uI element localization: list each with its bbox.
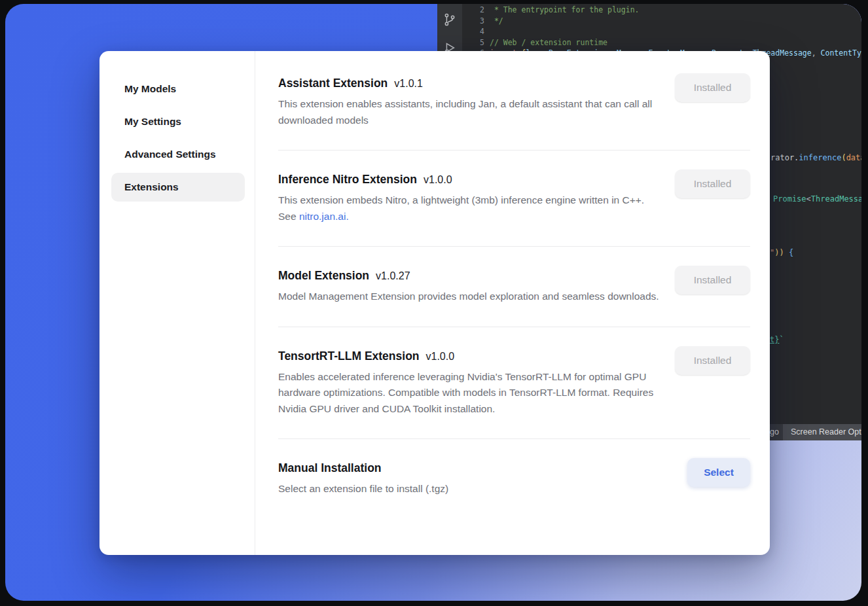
row-divider [278,150,750,151]
source-control-icon[interactable] [443,12,457,27]
sidebar-item-label: Extensions [124,181,179,193]
extension-row: Model Extensionv1.0.27 Model Management … [278,266,750,305]
status-text: go [770,424,779,440]
sidebar-item-label: My Settings [124,116,181,128]
extension-description: Select an extension file to install (.tg… [278,481,448,497]
sidebar-item-label: Advanced Settings [124,149,216,160]
settings-dialog: My ModelsMy SettingsAdvanced SettingsExt… [99,51,770,555]
installed-button[interactable]: Installed [675,169,750,198]
extension-title: Assistant Extension [278,77,388,90]
code-fragment: Promise<ThreadMessage> [773,194,861,204]
screen-reader-optimized-badge[interactable]: Screen Reader Optimized [783,424,861,440]
sidebar-item-advanced-settings[interactable]: Advanced Settings [111,140,245,169]
row-divider [278,246,750,247]
extension-description: This extension enables assistants, inclu… [278,96,661,128]
sidebar-item-my-settings[interactable]: My Settings [111,107,245,136]
extension-description: This extension embeds Nitro, a lightweig… [278,192,661,224]
row-divider [278,327,750,327]
installed-button[interactable]: Installed [675,346,750,375]
sidebar-item-label: My Models [124,83,176,95]
extension-row: TensortRT-LLM Extensionv1.0.0 Enables ac… [278,346,750,418]
extension-version: v1.0.27 [376,270,410,281]
extension-description: Model Management Extension provides mode… [278,289,659,305]
extension-row: Inference Nitro Extensionv1.0.0 This ext… [278,169,750,224]
extension-title: Manual Installation [278,461,382,474]
extension-version: v1.0.0 [426,351,455,362]
code-fragment: t}` [770,335,784,345]
manual-installation-row: Manual Installation Select an extension … [278,458,750,497]
extension-title: Inference Nitro Extension [278,173,417,186]
installed-button[interactable]: Installed [675,266,750,294]
sidebar-item-extensions[interactable]: Extensions [111,173,245,202]
code-line: 2 * The entrypoint for the plugin. [462,5,861,16]
extension-version: v1.0.1 [394,78,423,89]
settings-sidebar: My ModelsMy SettingsAdvanced SettingsExt… [99,51,255,555]
extension-title: TensortRT-LLM Extension [278,349,420,363]
code-fragment: ")) { [770,248,793,258]
background-card: 2 * The entrypoint for the plugin.3 */45… [5,4,861,601]
code-line: 4 [462,26,861,37]
code-line: 5// Web / extension runtime [462,37,861,48]
sidebar-item-my-models[interactable]: My Models [111,75,245,103]
extension-title: Model Extension [278,269,369,282]
extension-version: v1.0.0 [424,174,452,185]
installed-button[interactable]: Installed [675,73,750,102]
code-fragment: rator.inference(data)); [770,153,861,163]
nitro-link[interactable]: nitro.jan.ai. [299,211,349,222]
extensions-panel: Assistant Extensionv1.0.1 This extension… [278,51,750,497]
row-divider [278,438,750,439]
select-button[interactable]: Select [687,458,750,487]
extension-description: Enables accelerated inference leveraging… [278,369,661,418]
code-line: 3 */ [462,16,861,27]
extension-row: Assistant Extensionv1.0.1 This extension… [278,73,750,128]
